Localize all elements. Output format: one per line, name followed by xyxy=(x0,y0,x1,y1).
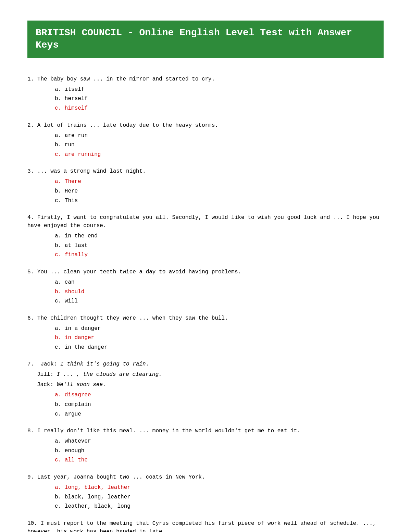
question-item: 3. ... was a strong wind last night.a. T… xyxy=(27,167,384,205)
options-list: a. long, black, leatherb. black, long, l… xyxy=(27,483,384,511)
option-item: a. can xyxy=(55,278,384,287)
option-item: a. disagree xyxy=(55,391,384,400)
question-item: 8. I really don't like this meal. ... mo… xyxy=(27,427,384,465)
option-item: c. finally xyxy=(55,251,384,260)
option-item: a. in a danger xyxy=(55,324,384,333)
option-item: c. will xyxy=(55,297,384,306)
question-text: 6. The children thought they were ... wh… xyxy=(27,314,384,322)
options-list: a. disagreeb. complainc. argue xyxy=(27,391,384,419)
option-item: b. Here xyxy=(55,187,384,196)
question-item: 6. The children thought they were ... wh… xyxy=(27,314,384,352)
question-item: 1. The baby boy saw ... in the mirror an… xyxy=(27,75,384,113)
option-item: c. are running xyxy=(55,150,384,159)
option-item: c. in the danger xyxy=(55,343,384,352)
question-text: 10. I must report to the meeting that Cy… xyxy=(27,519,384,532)
option-item: b. black, long, leather xyxy=(55,493,384,502)
option-item: c. leather, black, long xyxy=(55,502,384,511)
question-item: 7. Jack: I think it's going to rain.Jill… xyxy=(27,360,384,419)
question-item: 10. I must report to the meeting that Cy… xyxy=(27,519,384,532)
option-item: a. long, black, leather xyxy=(55,483,384,492)
option-item: b. should xyxy=(55,288,384,297)
option-item: a. There xyxy=(55,177,384,186)
option-item: b. in danger xyxy=(55,334,384,343)
options-list: a. canb. shouldc. will xyxy=(27,278,384,306)
question-text: 8. I really don't like this meal. ... mo… xyxy=(27,427,384,435)
question-text: 7. Jack: I think it's going to rain. xyxy=(27,360,384,368)
question-item: 2. A lot of trains ... late today due to… xyxy=(27,121,384,159)
option-item: a. whatever xyxy=(55,437,384,446)
options-list: a. whateverb. enoughc. all the xyxy=(27,437,384,465)
options-list: a. in the endb. at lastc. finally xyxy=(27,232,384,260)
option-item: c. This xyxy=(55,197,384,206)
question-text: 1. The baby boy saw ... in the mirror an… xyxy=(27,75,384,83)
option-item: a. itself xyxy=(55,85,384,94)
question-dialogue-line2: Jill: I ... , the clouds are clearing. xyxy=(27,370,384,379)
question-item: 5. You ... clean your teeth twice a day … xyxy=(27,268,384,306)
option-item: c. himself xyxy=(55,104,384,113)
option-item: b. at last xyxy=(55,242,384,250)
option-item: a. are run xyxy=(55,132,384,140)
option-item: b. herself xyxy=(55,95,384,103)
question-item: 4. Firstly, I want to congratulate you a… xyxy=(27,213,384,260)
question-text: 4. Firstly, I want to congratulate you a… xyxy=(27,213,384,230)
question-item: 9. Last year, Joanna bought two ... coat… xyxy=(27,473,384,511)
option-item: c. all the xyxy=(55,456,384,465)
question-text: 5. You ... clean your teeth twice a day … xyxy=(27,268,384,276)
question-text: 9. Last year, Joanna bought two ... coat… xyxy=(27,473,384,481)
options-list: a. in a dangerb. in dangerc. in the dang… xyxy=(27,324,384,352)
header-title: BRITISH COUNCIL - Online English Level T… xyxy=(36,27,352,50)
option-item: a. in the end xyxy=(55,232,384,241)
questions-list: 1. The baby boy saw ... in the mirror an… xyxy=(27,75,384,532)
options-list: a. itselfb. herselfc. himself xyxy=(27,85,384,113)
question-text: 2. A lot of trains ... late today due to… xyxy=(27,121,384,129)
option-item: c. argue xyxy=(55,410,384,419)
header-banner: BRITISH COUNCIL - Online English Level T… xyxy=(27,21,384,58)
option-item: b. enough xyxy=(55,447,384,456)
option-item: b. complain xyxy=(55,400,384,409)
options-list: a. are runb. runc. are running xyxy=(27,132,384,159)
options-list: a. Thereb. Herec. This xyxy=(27,177,384,205)
option-item: b. run xyxy=(55,141,384,150)
question-dialogue-line3: Jack: We'll soon see. xyxy=(27,381,384,389)
question-text: 3. ... was a strong wind last night. xyxy=(27,167,384,175)
